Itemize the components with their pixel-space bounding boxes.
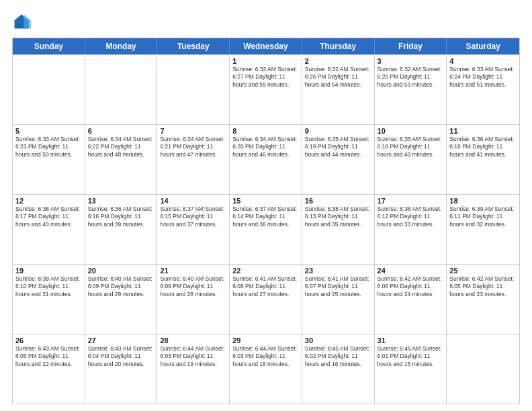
day-info: Sunrise: 6:45 AM Sunset: 6:01 PM Dayligh… (378, 345, 444, 368)
day-cell-17: 17Sunrise: 6:38 AM Sunset: 6:12 PM Dayli… (375, 195, 447, 264)
day-cell-3: 3Sunrise: 6:32 AM Sunset: 6:25 PM Daylig… (375, 55, 447, 124)
day-cell-28: 28Sunrise: 6:44 AM Sunset: 6:03 PM Dayli… (157, 334, 230, 404)
day-info: Sunrise: 6:42 AM Sunset: 6:06 PM Dayligh… (378, 275, 444, 298)
day-cell-20: 20Sunrise: 6:40 AM Sunset: 6:09 PM Dayli… (85, 265, 158, 334)
day-info: Sunrise: 6:34 AM Sunset: 6:22 PM Dayligh… (88, 136, 154, 158)
day-cell-9: 9Sunrise: 6:35 AM Sunset: 6:19 PM Daylig… (302, 125, 375, 194)
day-cell-18: 18Sunrise: 6:39 AM Sunset: 6:11 PM Dayli… (447, 195, 519, 264)
header-day-wednesday: Wednesday (230, 38, 302, 54)
calendar: SundayMondayTuesdayWednesdayThursdayFrid… (12, 38, 520, 404)
svg-marker-1 (24, 15, 32, 29)
day-cell-4: 4Sunrise: 6:33 AM Sunset: 6:24 PM Daylig… (447, 55, 519, 124)
logo (12, 12, 34, 31)
day-info: Sunrise: 6:32 AM Sunset: 6:27 PM Dayligh… (232, 66, 299, 89)
day-number: 13 (88, 197, 154, 205)
day-cell-31: 31Sunrise: 6:45 AM Sunset: 6:01 PM Dayli… (375, 334, 447, 404)
day-number: 5 (15, 127, 82, 135)
empty-cell (85, 55, 158, 124)
header (12, 12, 520, 31)
day-cell-19: 19Sunrise: 6:39 AM Sunset: 6:10 PM Dayli… (13, 265, 85, 334)
day-cell-7: 7Sunrise: 6:34 AM Sunset: 6:21 PM Daylig… (157, 125, 230, 194)
day-info: Sunrise: 6:33 AM Sunset: 6:23 PM Dayligh… (15, 136, 82, 158)
day-info: Sunrise: 6:43 AM Sunset: 6:05 PM Dayligh… (15, 345, 82, 368)
day-info: Sunrise: 6:42 AM Sunset: 6:05 PM Dayligh… (449, 275, 517, 298)
day-number: 31 (378, 336, 444, 345)
day-number: 8 (232, 127, 299, 135)
day-info: Sunrise: 6:34 AM Sunset: 6:21 PM Dayligh… (160, 136, 226, 158)
day-number: 26 (15, 336, 82, 345)
empty-cell (447, 334, 519, 404)
header-day-monday: Monday (85, 38, 158, 54)
week-row-0: 1Sunrise: 6:32 AM Sunset: 6:27 PM Daylig… (13, 54, 519, 124)
header-day-thursday: Thursday (302, 38, 375, 54)
day-number: 16 (305, 197, 371, 205)
day-cell-23: 23Sunrise: 6:41 AM Sunset: 6:07 PM Dayli… (302, 265, 375, 334)
day-info: Sunrise: 6:34 AM Sunset: 6:20 PM Dayligh… (232, 136, 299, 158)
empty-cell (13, 55, 85, 124)
week-row-2: 12Sunrise: 6:36 AM Sunset: 6:17 PM Dayli… (13, 194, 519, 264)
day-info: Sunrise: 6:37 AM Sunset: 6:15 PM Dayligh… (160, 205, 226, 228)
day-number: 18 (449, 197, 517, 205)
week-row-1: 5Sunrise: 6:33 AM Sunset: 6:23 PM Daylig… (13, 124, 519, 194)
day-cell-11: 11Sunrise: 6:36 AM Sunset: 6:18 PM Dayli… (447, 125, 519, 194)
empty-cell (157, 55, 230, 124)
day-cell-6: 6Sunrise: 6:34 AM Sunset: 6:22 PM Daylig… (85, 125, 158, 194)
day-number: 4 (449, 57, 517, 65)
day-number: 30 (305, 336, 371, 345)
day-info: Sunrise: 6:40 AM Sunset: 6:09 PM Dayligh… (88, 275, 154, 298)
day-cell-16: 16Sunrise: 6:38 AM Sunset: 6:13 PM Dayli… (302, 195, 375, 264)
day-number: 27 (88, 336, 154, 345)
header-day-saturday: Saturday (447, 38, 519, 54)
day-info: Sunrise: 6:37 AM Sunset: 6:14 PM Dayligh… (232, 205, 299, 228)
day-number: 23 (305, 267, 371, 275)
day-info: Sunrise: 6:40 AM Sunset: 6:09 PM Dayligh… (160, 275, 226, 298)
day-number: 11 (449, 127, 517, 135)
day-cell-21: 21Sunrise: 6:40 AM Sunset: 6:09 PM Dayli… (157, 265, 230, 334)
day-cell-25: 25Sunrise: 6:42 AM Sunset: 6:05 PM Dayli… (447, 265, 519, 334)
day-number: 6 (88, 127, 154, 135)
day-number: 12 (15, 197, 82, 205)
day-info: Sunrise: 6:36 AM Sunset: 6:18 PM Dayligh… (449, 136, 517, 158)
day-number: 20 (88, 267, 154, 275)
header-day-tuesday: Tuesday (157, 38, 230, 54)
header-day-sunday: Sunday (13, 38, 85, 54)
day-number: 22 (232, 267, 299, 275)
day-info: Sunrise: 6:33 AM Sunset: 6:24 PM Dayligh… (449, 66, 517, 89)
day-cell-1: 1Sunrise: 6:32 AM Sunset: 6:27 PM Daylig… (230, 55, 302, 124)
day-cell-24: 24Sunrise: 6:42 AM Sunset: 6:06 PM Dayli… (375, 265, 447, 334)
day-cell-12: 12Sunrise: 6:36 AM Sunset: 6:17 PM Dayli… (13, 195, 85, 264)
day-cell-30: 30Sunrise: 6:45 AM Sunset: 6:02 PM Dayli… (302, 334, 375, 404)
day-cell-26: 26Sunrise: 6:43 AM Sunset: 6:05 PM Dayli… (13, 334, 85, 404)
day-number: 24 (378, 267, 444, 275)
day-number: 3 (378, 57, 444, 65)
day-cell-22: 22Sunrise: 6:41 AM Sunset: 6:08 PM Dayli… (230, 265, 302, 334)
day-info: Sunrise: 6:39 AM Sunset: 6:11 PM Dayligh… (449, 205, 517, 228)
day-info: Sunrise: 6:44 AM Sunset: 6:03 PM Dayligh… (232, 345, 299, 368)
day-number: 17 (378, 197, 444, 205)
day-number: 10 (378, 127, 444, 135)
day-cell-27: 27Sunrise: 6:43 AM Sunset: 6:04 PM Dayli… (85, 334, 158, 404)
week-row-4: 26Sunrise: 6:43 AM Sunset: 6:05 PM Dayli… (13, 334, 519, 404)
day-info: Sunrise: 6:32 AM Sunset: 6:26 PM Dayligh… (305, 66, 371, 89)
day-info: Sunrise: 6:41 AM Sunset: 6:08 PM Dayligh… (232, 275, 299, 298)
calendar-page: SundayMondayTuesdayWednesdayThursdayFrid… (0, 0, 532, 411)
day-number: 19 (15, 267, 82, 275)
logo-icon (12, 12, 31, 31)
day-cell-15: 15Sunrise: 6:37 AM Sunset: 6:14 PM Dayli… (230, 195, 302, 264)
day-number: 9 (305, 127, 371, 135)
day-number: 14 (160, 197, 226, 205)
day-info: Sunrise: 6:36 AM Sunset: 6:17 PM Dayligh… (15, 205, 82, 228)
day-cell-8: 8Sunrise: 6:34 AM Sunset: 6:20 PM Daylig… (230, 125, 302, 194)
day-info: Sunrise: 6:38 AM Sunset: 6:12 PM Dayligh… (378, 205, 444, 228)
day-info: Sunrise: 6:35 AM Sunset: 6:18 PM Dayligh… (378, 136, 444, 158)
day-info: Sunrise: 6:44 AM Sunset: 6:03 PM Dayligh… (160, 345, 226, 368)
day-cell-5: 5Sunrise: 6:33 AM Sunset: 6:23 PM Daylig… (13, 125, 85, 194)
day-cell-10: 10Sunrise: 6:35 AM Sunset: 6:18 PM Dayli… (375, 125, 447, 194)
day-number: 15 (232, 197, 299, 205)
day-number: 2 (305, 57, 371, 65)
calendar-header: SundayMondayTuesdayWednesdayThursdayFrid… (13, 38, 519, 54)
day-number: 7 (160, 127, 226, 135)
day-number: 25 (449, 267, 517, 275)
day-cell-2: 2Sunrise: 6:32 AM Sunset: 6:26 PM Daylig… (302, 55, 375, 124)
day-info: Sunrise: 6:39 AM Sunset: 6:10 PM Dayligh… (15, 275, 82, 298)
